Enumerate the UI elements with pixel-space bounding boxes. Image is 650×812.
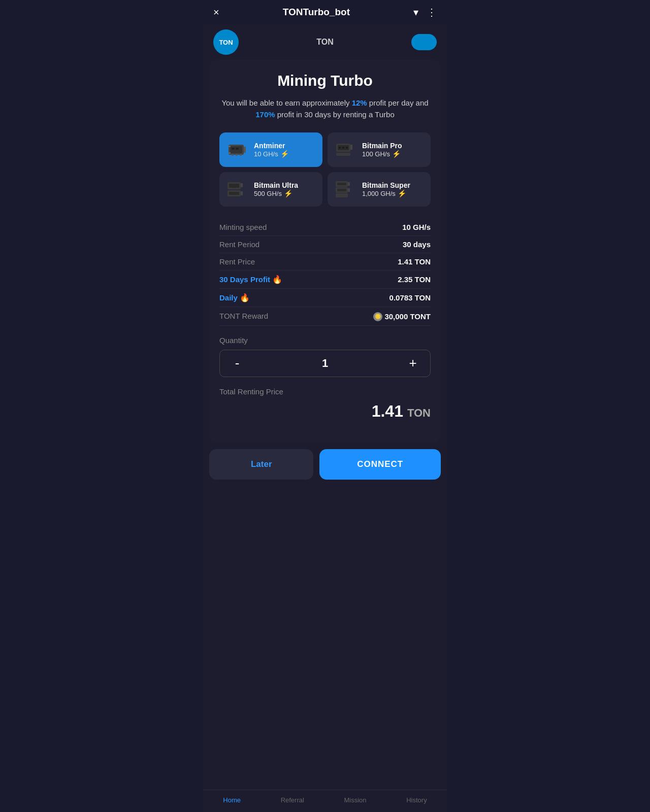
svg-rect-5 xyxy=(229,146,231,147)
antminer-name: Antminer xyxy=(254,142,289,150)
bitmain-pro-icon xyxy=(335,141,357,159)
svg-point-9 xyxy=(240,154,242,156)
top-bar: × TONTurbo_bot ▾ ⋮ xyxy=(203,0,447,24)
stat-rent-period: Rent Period 30 days xyxy=(219,236,431,253)
30-days-profit-label: 30 Days Profit 🔥 xyxy=(219,275,282,284)
quantity-control: - 1 + xyxy=(219,350,431,377)
bitmain-super-name: Bitmain Super xyxy=(362,181,410,189)
svg-rect-21 xyxy=(229,192,239,195)
miner-antminer[interactable]: Antminer 10 GH/s ⚡ xyxy=(219,132,322,167)
30-days-profit-value: 2.35 TON xyxy=(398,275,431,284)
total-price-row: 1.41 TON xyxy=(219,398,431,425)
svg-point-16 xyxy=(346,147,348,149)
bitmain-pro-name: Bitmain Pro xyxy=(362,142,402,150)
bitmain-super-info: Bitmain Super 1,000 GH/s ⚡ xyxy=(362,181,410,197)
svg-rect-13 xyxy=(350,145,352,150)
svg-point-14 xyxy=(339,147,341,149)
app-title: TONTurbo_bot xyxy=(283,7,350,18)
tont-coin: 🪙 30,000 TONT xyxy=(373,312,431,321)
svg-rect-28 xyxy=(337,183,346,185)
ton-header-btn[interactable] xyxy=(411,34,437,50)
total-currency: TON xyxy=(407,407,431,420)
daily-value: 0.0783 TON xyxy=(389,293,431,302)
later-button[interactable]: Later xyxy=(209,449,313,480)
bitmain-super-speed: 1,000 GH/s ⚡ xyxy=(362,189,410,197)
main-content: TON TON Mining Turbo You will be able to… xyxy=(203,24,447,806)
svg-rect-3 xyxy=(236,148,239,150)
rent-price-value: 1.41 TON xyxy=(398,257,431,266)
svg-rect-20 xyxy=(241,183,243,187)
bitmain-pro-speed: 100 GH/s ⚡ xyxy=(362,150,402,158)
top-bar-actions: ▾ ⋮ xyxy=(413,6,437,18)
svg-rect-19 xyxy=(229,184,239,188)
referral-label: Referral xyxy=(281,796,304,804)
svg-rect-26 xyxy=(348,182,350,186)
dropdown-icon[interactable]: ▾ xyxy=(413,6,418,18)
bitmain-super-icon xyxy=(335,180,357,198)
svg-rect-11 xyxy=(336,153,350,156)
home-label: Home xyxy=(223,796,241,804)
miner-bitmain-super[interactable]: Bitmain Super 1,000 GH/s ⚡ xyxy=(328,172,431,207)
nav-item-referral[interactable]: Referral xyxy=(281,796,304,804)
page-title: Mining Turbo xyxy=(219,72,431,89)
svg-rect-2 xyxy=(232,148,235,150)
highlight-170: 170% xyxy=(255,110,275,119)
nav-item-home[interactable]: Home xyxy=(223,796,241,804)
stat-daily: Daily 🔥 0.0783 TON xyxy=(219,289,431,307)
stat-rent-price: Rent Price 1.41 TON xyxy=(219,253,431,270)
nav-item-history[interactable]: History xyxy=(406,796,427,804)
rent-period-label: Rent Period xyxy=(219,240,259,249)
coin-icon: 🪙 xyxy=(373,312,382,321)
lightning-icon-1: ⚡ xyxy=(392,150,401,158)
bitmain-ultra-speed: 500 GH/s ⚡ xyxy=(254,189,298,197)
svg-rect-4 xyxy=(244,147,246,153)
subtitle-post: profit in 30 days by renting a Turbo xyxy=(275,110,395,119)
history-label: History xyxy=(406,796,427,804)
ton-header-text: TON xyxy=(316,38,333,47)
lightning-icon-2: ⚡ xyxy=(284,189,292,197)
bitmain-ultra-icon xyxy=(226,180,249,198)
svg-rect-25 xyxy=(336,193,348,197)
svg-rect-6 xyxy=(229,152,231,154)
tont-reward-label: TONT Reward xyxy=(219,312,268,320)
subtitle-mid: profit per day and xyxy=(367,98,429,107)
svg-point-7 xyxy=(232,154,234,156)
stat-minting-speed: Minting speed 10 GH/s xyxy=(219,219,431,236)
flame-icon-daily: 🔥 xyxy=(240,293,250,302)
quantity-minus-button[interactable]: - xyxy=(228,354,246,373)
miner-bitmain-pro[interactable]: Bitmain Pro 100 GH/s ⚡ xyxy=(328,132,431,167)
antminer-speed: 10 GH/s ⚡ xyxy=(254,150,289,158)
menu-icon[interactable]: ⋮ xyxy=(427,6,437,18)
bitmain-pro-info: Bitmain Pro 100 GH/s ⚡ xyxy=(362,142,402,158)
minting-speed-value: 10 GH/s xyxy=(402,223,431,231)
quantity-value: 1 xyxy=(322,357,328,370)
mining-turbo-card: Mining Turbo You will be able to earn ap… xyxy=(209,60,441,443)
bitmain-ultra-name: Bitmain Ultra xyxy=(254,181,298,189)
rent-price-label: Rent Price xyxy=(219,257,255,266)
miner-bitmain-ultra[interactable]: Bitmain Ultra 500 GH/s ⚡ xyxy=(219,172,322,207)
highlight-12: 12% xyxy=(352,98,367,107)
quantity-plus-button[interactable]: + xyxy=(404,354,422,373)
nav-item-mission[interactable]: Mission xyxy=(344,796,367,804)
total-label: Total Renting Price xyxy=(219,387,431,396)
close-icon[interactable]: × xyxy=(213,7,219,18)
tont-reward-value: 🪙 30,000 TONT xyxy=(373,311,431,321)
stat-tont-reward: TONT Reward 🪙 30,000 TONT xyxy=(219,307,431,326)
bottom-nav: Home Referral Mission History xyxy=(203,790,447,812)
svg-point-8 xyxy=(236,154,238,156)
mission-label: Mission xyxy=(344,796,367,804)
miner-grid: Antminer 10 GH/s ⚡ Bi xyxy=(219,132,431,207)
daily-label: Daily 🔥 xyxy=(219,293,250,302)
ton-header: TON TON xyxy=(203,24,447,60)
flame-icon-profit: 🔥 xyxy=(272,275,282,284)
rent-period-value: 30 days xyxy=(403,240,431,249)
connect-button[interactable]: CONNECT xyxy=(319,449,441,480)
antminer-info: Antminer 10 GH/s ⚡ xyxy=(254,142,289,158)
subtitle: You will be able to earn approximately 1… xyxy=(219,97,431,120)
antminer-icon xyxy=(226,141,249,159)
svg-point-15 xyxy=(342,147,344,149)
bitmain-ultra-info: Bitmain Ultra 500 GH/s ⚡ xyxy=(254,181,298,197)
svg-rect-27 xyxy=(348,188,350,192)
stat-30-days-profit: 30 Days Profit 🔥 2.35 TON xyxy=(219,270,431,289)
lightning-icon-0: ⚡ xyxy=(280,150,289,158)
